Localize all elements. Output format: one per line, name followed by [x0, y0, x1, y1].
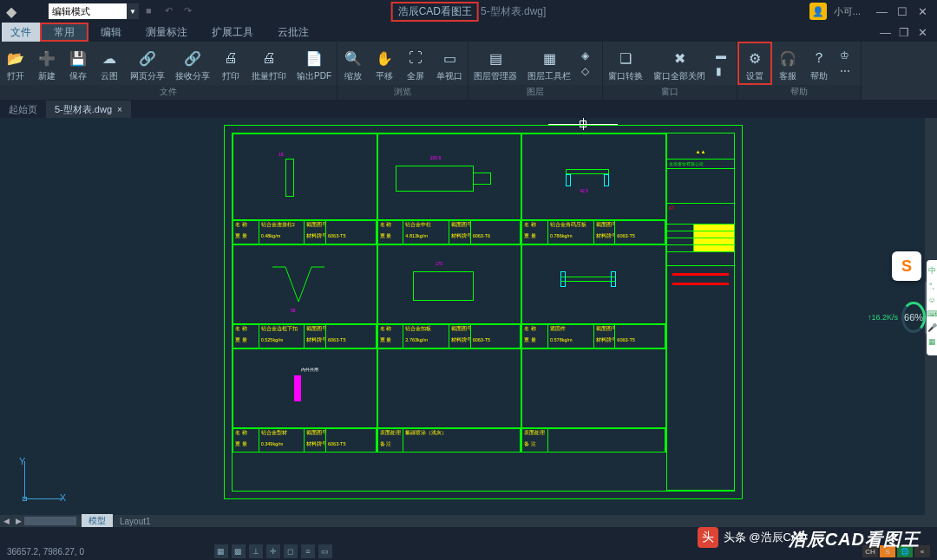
vip-icon[interactable]: ♔ [840, 49, 855, 62]
new-file-icon: ➕ [36, 48, 57, 68]
net-speed: ↑16.2K/s [868, 313, 898, 322]
more-icon[interactable]: ⋯ [840, 65, 855, 77]
ime-cn-icon[interactable]: 中 [928, 265, 936, 277]
watermark-brand: 浩辰CAD看图王 [789, 528, 920, 551]
tile-h-icon[interactable]: ▬ [716, 49, 731, 62]
menu-extend[interactable]: 扩展工具 [200, 23, 265, 42]
horizontal-scrollbar: ◀ ▶ 模型 Layout1 [0, 515, 925, 527]
dyn-toggle[interactable]: ▭ [318, 544, 332, 558]
ime-more-icon[interactable]: ▦ [928, 337, 936, 346]
app-icon: ◆ [0, 3, 23, 20]
info-cell-8: 表面处理氟碳喷涂（浅灰） 备 注 [377, 428, 522, 453]
print-button[interactable]: 🖨打印 [215, 42, 246, 85]
info-cell-6: 名 称紧固件截面图号 重 量0.578kg/m材料牌号6063-T5 [521, 324, 666, 348]
network-widget[interactable]: ↑16.2K/s 66% [868, 302, 923, 333]
close-button[interactable]: ✕ [918, 5, 930, 17]
layer-manager-button[interactable]: ▤图层管理器 [468, 42, 522, 85]
info-cell-1: 名 称铝合金连接柱2截面图号 重 量0.48kg/m材料牌号6063-T5 [233, 220, 377, 244]
menu-common[interactable]: 常用 [40, 23, 88, 42]
layer-iso-icon[interactable]: ◈ [581, 49, 597, 62]
info-cell-3: 名 称铝合金角码压板截面图号 重 量0.786kg/m材料牌号6063-T5 [521, 220, 666, 244]
menu-measure[interactable]: 测量标注 [134, 23, 200, 42]
ime-keyboard-icon[interactable]: ⌨ [927, 309, 938, 318]
cloud-button[interactable]: ☁云图 [94, 42, 125, 85]
qa-undo-icon[interactable]: ↶ [165, 5, 177, 17]
tab-close-icon[interactable]: × [117, 105, 122, 114]
layer-toolbar-button[interactable]: ▦图层工具栏 [522, 42, 576, 85]
sketch-cell-9 [521, 348, 666, 428]
grid-toggle[interactable]: ▩ [232, 544, 246, 558]
ime-toolbar[interactable]: 中 °, ☺ ⌨ 🎤 ▦ [927, 260, 937, 355]
fullscreen-button[interactable]: ⛶全屏 [400, 42, 431, 85]
maximize-button[interactable]: ☐ [897, 5, 909, 17]
info-cell-4: 名 称铝合金边框下扣截面图号 重 量0.525kg/m材料牌号6063-T5 [233, 324, 377, 348]
tile-v-icon[interactable]: ▮ [716, 65, 731, 77]
minimize-button[interactable]: — [876, 5, 888, 17]
h-scroll-thumb[interactable] [24, 517, 76, 525]
open-button[interactable]: 📂打开 [0, 42, 31, 85]
layout-tab[interactable]: Layout1 [113, 516, 158, 527]
close-all-button[interactable]: ✖窗口全部关闭 [648, 42, 711, 85]
window-switch-button[interactable]: ❏窗口转换 [603, 42, 648, 85]
ortho-toggle[interactable]: ⊥ [249, 544, 263, 558]
hscroll-right-icon[interactable]: ▶ [12, 515, 24, 527]
ime-mic-icon[interactable]: 🎤 [927, 323, 937, 332]
pan-button[interactable]: ✋平移 [369, 42, 400, 85]
doc-close-button[interactable]: ✕ [918, 26, 930, 38]
ime-punct-icon[interactable]: °, [929, 282, 934, 290]
receive-share-button[interactable]: 🔗接收分享 [170, 42, 215, 85]
file-menu-button[interactable]: 文件 [2, 23, 40, 42]
user-name[interactable]: 小可... [834, 5, 861, 18]
file-name: 5-型材表.dwg] [481, 4, 546, 19]
link-icon: 🔗 [182, 48, 203, 68]
mode-combobox[interactable]: 编辑模式 [49, 3, 127, 19]
status-toggles: ▦ ▩ ⊥ ✛ ◻ ≡ ▭ [214, 544, 332, 558]
batch-print-button[interactable]: 🖨批量打印 [246, 42, 292, 85]
hscroll-left-icon[interactable]: ◀ [0, 515, 12, 527]
app-name-highlight: 浩辰CAD看图王 [391, 2, 479, 22]
layer-off-icon[interactable]: ◇ [581, 65, 597, 77]
ime-emoji-icon[interactable]: ☺ [927, 296, 935, 304]
info-cell-9: 表面处理 备 注 [521, 428, 666, 453]
export-pdf-button[interactable]: 📄输出PDF [292, 42, 337, 85]
menu-cloud[interactable]: 云批注 [265, 23, 321, 42]
ucs-icon: YX [14, 456, 66, 508]
mode-dropdown-icon[interactable]: ▼ [127, 3, 139, 19]
settings-button[interactable]: ⚙设置 [737, 42, 772, 85]
support-button[interactable]: 🎧客服 [772, 42, 803, 85]
new-button[interactable]: ➕新建 [31, 42, 62, 85]
zoom-button[interactable]: 🔍缩放 [337, 42, 369, 85]
title-bar: ◆ 编辑模式 ▼ ■ ↶ ↷ 浩辰CAD看图王 5-型材表.dwg] 👤 小可.… [0, 0, 937, 23]
single-viewport-button[interactable]: ▭单视口 [431, 42, 468, 85]
save-button[interactable]: 💾保存 [62, 42, 94, 85]
ribbon-group-view: 🔍缩放 ✋平移 ⛶全屏 ▭单视口 浏览 [337, 42, 468, 100]
qa-save-icon[interactable]: ■ [146, 5, 158, 17]
ribbon-title-file: 文件 [0, 85, 337, 100]
tab-current[interactable]: 5-型材表.dwg× [46, 101, 131, 118]
layer-extra: ◈ ◇ [576, 42, 602, 85]
drawing-canvas[interactable]: 18 200.8 42.5 名 称铝合金连接柱2截面图号 重 量0.48kg/m… [0, 118, 937, 527]
lwt-toggle[interactable]: ≡ [301, 544, 315, 558]
web-share-button[interactable]: 🔗网页分享 [125, 42, 170, 85]
window-extra: ▬ ▮ [711, 42, 737, 85]
sogou-widget[interactable]: S [892, 251, 921, 281]
sketch-cell-7: 内外共用 [233, 348, 377, 428]
snap-toggle[interactable]: ▦ [214, 544, 228, 558]
menu-edit[interactable]: 编辑 [88, 23, 134, 42]
help-button[interactable]: ？帮助 [803, 42, 835, 85]
qa-redo-icon[interactable]: ↷ [184, 5, 196, 17]
doc-restore-button[interactable]: ❐ [899, 26, 911, 38]
ribbon-title-view: 浏览 [337, 85, 468, 100]
polar-toggle[interactable]: ✛ [266, 544, 280, 558]
sketch-cell-2: 200.8 [377, 133, 522, 220]
menu-bar: 文件 常用 编辑 测量标注 扩展工具 云批注 — ❐ ✕ [0, 23, 937, 42]
user-avatar[interactable]: 👤 [809, 3, 827, 20]
info-cell-7: 名 称铝合金型材截面图号 重 量0.349kg/m材料牌号6063-T5 [233, 428, 377, 453]
info-cell-2: 名 称铝合金中柱截面图号 重 量4.813kg/m材料牌号6063-T6 [377, 220, 522, 244]
sketch-cell-3: 42.5 [521, 133, 666, 220]
doc-minimize-button[interactable]: — [880, 26, 892, 38]
osnap-toggle[interactable]: ◻ [284, 544, 298, 558]
model-tab[interactable]: 模型 [82, 514, 113, 527]
close-all-icon: ✖ [669, 48, 690, 68]
tab-start[interactable]: 起始页 [0, 101, 46, 118]
